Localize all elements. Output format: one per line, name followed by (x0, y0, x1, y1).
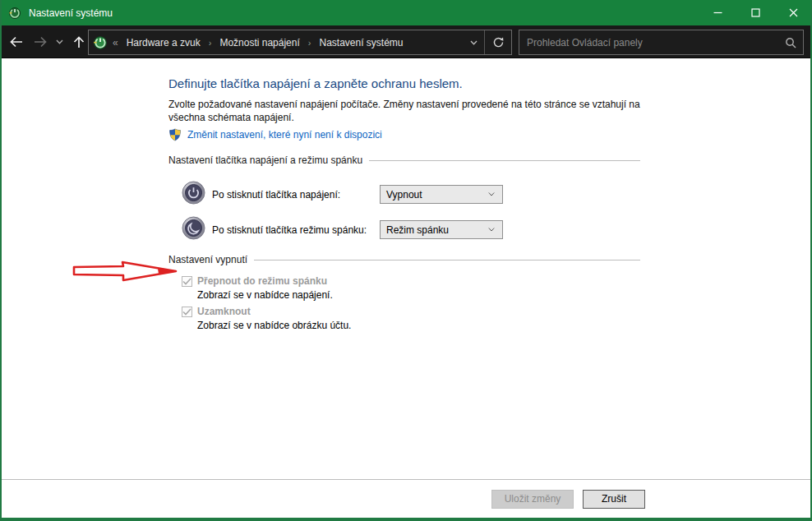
sleep-in-power-menu-checkbox[interactable] (182, 276, 192, 287)
footer-button-bar: Uložit změny Zrušit (2, 479, 810, 518)
navigation-toolbar: « Hardware a zvuk › Možnosti napájení › … (0, 25, 812, 58)
section-power-title: Nastavení tlačítka napájení a režimu spá… (168, 154, 362, 166)
search-box (519, 30, 804, 55)
breadcrumb-overflow-icon[interactable]: « (113, 37, 118, 48)
page-title: Definujte tlačítka napájení a zapněte oc… (168, 76, 463, 90)
section-shutdown-title: Nastavení vypnutí (168, 254, 247, 265)
uac-link-row: Změnit nastavení, které nyní není k disp… (168, 128, 382, 141)
checkbox-check-icon (182, 278, 191, 285)
section-shutdown-settings: Nastavení vypnutí (168, 254, 640, 265)
caption-buttons (699, 0, 812, 25)
breadcrumb-item-power-options[interactable]: Možnosti napájení (218, 37, 301, 48)
red-arrow-annotation (71, 259, 179, 287)
back-icon[interactable] (7, 32, 26, 52)
power-button-label: Po stisknutí tlačítka napájení: (212, 189, 340, 201)
sleep-button-label: Po stisknutí tlačítka režimu spánku: (212, 224, 367, 236)
sleep-button-select[interactable]: Režim spánku (380, 220, 503, 239)
system-settings-window: Nastavení systému (0, 0, 812, 521)
chevron-down-icon (488, 227, 495, 233)
intro-text: Zvolte požadované nastavení napájení poč… (168, 98, 640, 124)
sleep-button-select-value: Režim spánku (386, 224, 449, 236)
sleep-icon (182, 216, 205, 240)
checkbox-check-icon (182, 308, 191, 316)
breadcrumb-item-system-settings[interactable]: Nastavení systému (317, 37, 404, 48)
power-options-breadcrumb-icon (93, 35, 108, 50)
window-title: Nastavení systému (29, 7, 699, 19)
save-changes-button[interactable]: Uložit změny (491, 490, 574, 509)
lock-option-label: Uzamknout (197, 306, 251, 317)
address-dropdown-chevron-icon[interactable] (464, 30, 485, 54)
search-icon[interactable] (778, 37, 803, 48)
power-button-select[interactable]: Vypnout (380, 185, 503, 204)
lock-checkbox[interactable] (182, 307, 192, 317)
change-unavailable-settings-link[interactable]: Změnit nastavení, které nyní není k disp… (187, 129, 382, 141)
forward-icon[interactable] (30, 32, 50, 52)
search-input[interactable] (519, 37, 778, 48)
power-button-select-value: Vypnout (386, 189, 422, 201)
breadcrumb-item-hardware[interactable]: Hardware a zvuk (125, 37, 202, 48)
close-icon[interactable] (774, 0, 812, 25)
section-divider (254, 260, 640, 260)
power-options-app-icon[interactable] (8, 7, 21, 20)
section-power-buttons: Nastavení tlačítka napájení a režimu spá… (168, 154, 640, 166)
recent-pages-chevron-icon[interactable] (53, 32, 66, 52)
title-bar: Nastavení systému (0, 0, 812, 25)
refresh-icon[interactable] (485, 30, 511, 54)
breadcrumb-separator-icon: › (202, 38, 219, 48)
intro-line-1: Zvolte požadované nastavení napájení poč… (168, 98, 640, 111)
chevron-down-icon (488, 191, 495, 198)
sleep-option-description: Zobrazí se v nabídce napájení. (197, 289, 333, 301)
up-icon[interactable] (69, 32, 89, 52)
main-content: Definujte tlačítka napájení a zapněte oc… (2, 58, 810, 479)
breadcrumb: « Hardware a zvuk › Možnosti napájení › … (88, 30, 512, 55)
breadcrumb-separator-icon: › (302, 38, 318, 48)
lock-option-description: Zobrazí se v nabídce obrázku účtu. (197, 320, 351, 331)
sleep-option-label: Přepnout do režimu spánku (197, 275, 327, 287)
cancel-button[interactable]: Zrušit (583, 490, 645, 509)
uac-shield-icon (168, 128, 182, 141)
intro-line-2: všechna schémata napájení. (168, 111, 640, 124)
maximize-icon[interactable] (736, 0, 774, 25)
minimize-icon[interactable] (699, 0, 736, 25)
section-divider (369, 160, 640, 161)
power-icon (182, 181, 205, 205)
